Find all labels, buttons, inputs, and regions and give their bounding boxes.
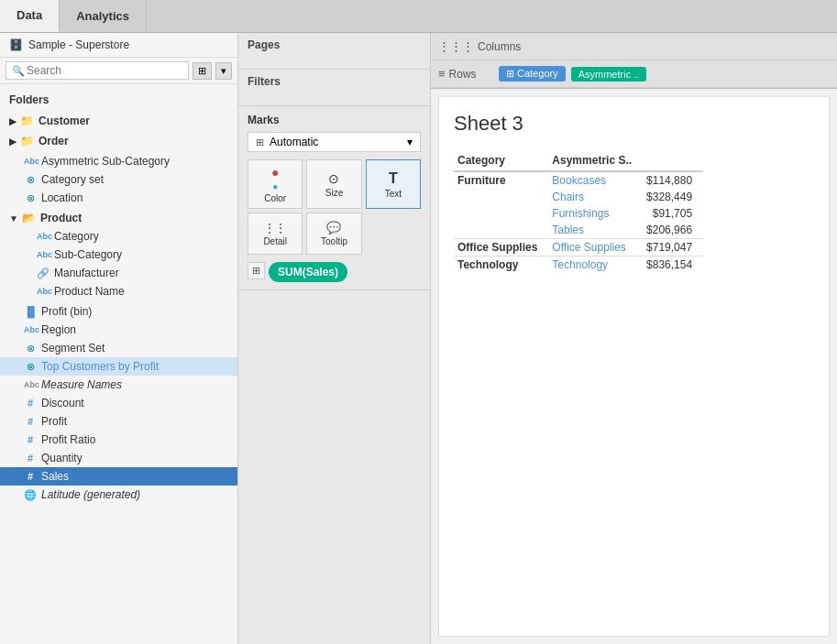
color-mark-button[interactable]: ● ● Color [248, 159, 303, 209]
field-asymmetric-sub-category[interactable]: Abc Asymmetric Sub-Category [0, 152, 237, 170]
field-profit-ratio[interactable]: # Profit Ratio [0, 431, 237, 449]
search-input[interactable] [27, 64, 182, 77]
product-folder-icon: 📂 [22, 212, 36, 224]
list-view-button[interactable]: ⊞ [193, 62, 212, 80]
data-table: Category Asymmetric S.. FurnitureBookcas… [454, 150, 703, 273]
abc-icon-category: Abc [37, 232, 50, 241]
table-cell-value: $328,449 [643, 189, 703, 205]
group-customer-header[interactable]: ▶ 📁 Customer [0, 112, 237, 130]
abc-icon-subcategory: Abc [37, 250, 50, 259]
columns-shelf: ⋮⋮⋮ Columns [431, 33, 837, 60]
field-top-customers[interactable]: ⊗ Top Customers by Profit [0, 357, 237, 376]
tooltip-mark-label: Tooltip [321, 236, 347, 246]
table-cell-value: $836,154 [643, 257, 703, 274]
field-sales[interactable]: # Sales [0, 467, 237, 486]
order-toggle-icon: ▶ [9, 136, 17, 147]
hash-icon-sales: # [24, 471, 37, 482]
field-discount[interactable]: # Discount [0, 394, 237, 412]
link-icon-manufacturer: 🔗 [37, 267, 50, 279]
sheet-content: Sheet 3 Category Asymmetric S.. Furnitur… [438, 96, 830, 637]
text-mark-icon: T [389, 170, 398, 187]
fields-area: Folders ▶ 📁 Customer ▶ 📁 Order Abc [0, 84, 237, 644]
field-category[interactable]: Abc Category [0, 227, 237, 246]
field-name-profit-bin: Profit (bin) [41, 305, 92, 318]
tooltip-mark-icon: 💬 [326, 221, 341, 235]
field-name-discount: Discount [41, 397, 84, 409]
hash-icon-discount: # [24, 398, 37, 409]
field-latitude[interactable]: 🌐 Latitude (generated) [0, 486, 237, 504]
field-location[interactable]: ⊗ Location [0, 189, 237, 207]
field-name-category-set: Category set [41, 173, 104, 186]
sum-sales-pill[interactable]: SUM(Sales) [269, 262, 347, 282]
data-source-row: 🗄️ Sample - Superstore [0, 33, 237, 58]
field-name-sub-category: Sub-Category [54, 248, 122, 261]
col-header-asymmetric: Asymmetric S.. [548, 150, 643, 171]
search-icon: 🔍 [12, 65, 25, 77]
marks-section: Marks ⊞ Automatic ▾ ● ● Color ⊙ Size [238, 106, 430, 290]
pages-label: Pages [248, 38, 421, 51]
field-name-asymmetric: Asymmetric Sub-Category [41, 155, 170, 168]
filters-shelf: Filters [238, 70, 430, 106]
group-order-header[interactable]: ▶ 📁 Order [0, 132, 237, 150]
tab-data-label: Data [17, 8, 42, 22]
product-toggle-icon: ▼ [9, 213, 18, 224]
field-segment-set[interactable]: ⊗ Segment Set [0, 339, 237, 357]
field-name-sales: Sales [41, 470, 69, 483]
col-header-category: Category [454, 150, 548, 171]
table-cell-sub: Office Supplies [548, 239, 643, 257]
right-panel: ⋮⋮⋮ Columns ≡ Rows ⊞ Category Analytics … [431, 33, 837, 644]
tooltip-mark-button[interactable]: 💬 Tooltip [306, 213, 361, 255]
field-region[interactable]: Abc Region [0, 321, 237, 339]
left-panel: 🗄️ Sample - Superstore 🔍 ⊞ ▾ Folders ▶ 📁… [0, 33, 238, 644]
field-name-manufacturer: Manufacturer [54, 267, 119, 279]
filters-label: Filters [248, 75, 421, 88]
color-mark-icon: ● [271, 165, 279, 180]
rows-pill-asymmetric[interactable]: Analytics Asymmetric .. [571, 67, 647, 82]
sort-button[interactable]: ▾ [215, 62, 232, 80]
rows-label: ≡ Rows [438, 67, 493, 81]
field-profit[interactable]: # Profit [0, 412, 237, 431]
sheet-title: Sheet 3 [454, 112, 814, 136]
detail-mark-button[interactable]: ⋮⋮ Detail [248, 213, 303, 255]
customer-label: Customer [39, 115, 90, 127]
rows-pill-category[interactable]: ⊞ Category [499, 66, 566, 82]
middle-panel: Pages Filters Marks ⊞ Automatic ▾ ● ● Co… [238, 33, 431, 644]
tab-data[interactable]: Data [0, 0, 60, 32]
table-cell-sub: Tables [548, 222, 643, 239]
columns-icon: ⋮⋮⋮ [438, 39, 474, 53]
field-name-measure-names: Measure Names [41, 378, 122, 391]
abc-icon-region: Abc [24, 325, 37, 334]
size-mark-icon: ⊙ [328, 171, 339, 186]
table-cell-value: $114,880 [643, 171, 703, 189]
marks-dropdown-arrow-icon: ▾ [407, 136, 413, 148]
set-icon-top-customers: ⊗ [24, 361, 37, 373]
search-input-wrap[interactable]: 🔍 [6, 61, 189, 80]
group-product: ▼ 📂 Product Abc Category Abc Sub-Categor… [0, 209, 237, 300]
field-measure-names[interactable]: Abc Measure Names [0, 376, 237, 394]
color-mark-label: Color [264, 193, 286, 203]
globe-icon-latitude: 🌐 [24, 489, 37, 501]
field-manufacturer[interactable]: 🔗 Manufacturer [0, 264, 237, 282]
field-product-name[interactable]: Abc Product Name [0, 282, 237, 300]
group-product-header[interactable]: ▼ 📂 Product [0, 209, 237, 227]
customer-folder-icon: 📁 [20, 115, 34, 127]
abc-icon-measure-names: Abc [24, 380, 37, 389]
marks-type-dropdown[interactable]: ⊞ Automatic ▾ [248, 132, 421, 152]
table-cell-category: Furniture [454, 171, 548, 239]
col-header-value [643, 150, 703, 171]
field-name-top-customers: Top Customers by Profit [41, 360, 159, 373]
marks-label: Marks [248, 114, 421, 126]
field-category-set[interactable]: ⊗ Category set [0, 170, 237, 189]
field-name-profit: Profit [41, 415, 67, 428]
field-quantity[interactable]: # Quantity [0, 449, 237, 467]
field-name-product-name: Product Name [54, 285, 125, 298]
rows-shelf: ≡ Rows ⊞ Category Analytics Asymmetric .… [431, 60, 837, 88]
text-mark-button[interactable]: T Text [366, 159, 421, 209]
size-mark-button[interactable]: ⊙ Size [306, 159, 361, 209]
field-sub-category[interactable]: Abc Sub-Category [0, 246, 237, 264]
field-profit-bin[interactable]: ▐▌ Profit (bin) [0, 302, 237, 321]
shelves-area: ⋮⋮⋮ Columns ≡ Rows ⊞ Category Analytics … [431, 33, 837, 89]
tab-analytics[interactable]: Analytics [60, 0, 147, 32]
rows-text: Rows [449, 68, 477, 81]
search-row: 🔍 ⊞ ▾ [0, 58, 237, 84]
